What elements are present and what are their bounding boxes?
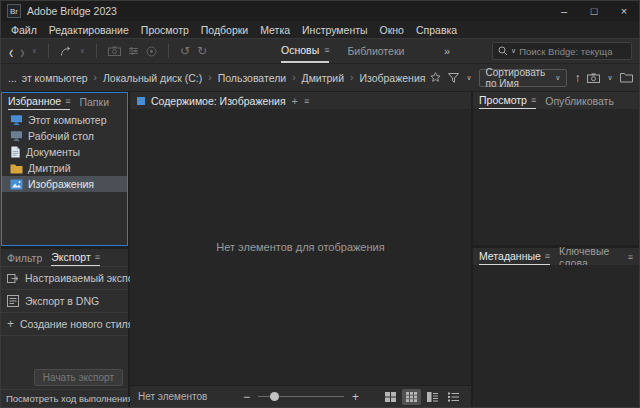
tab-publish[interactable]: Опубликовать [545,92,614,109]
panel-menu-icon[interactable]: ≡ [531,95,536,105]
breadcrumb-item-users[interactable]: Пользователи [218,72,287,84]
menu-item-edit[interactable]: Редактирование [43,24,135,36]
toolbar-divider [48,44,49,58]
export-panel-tabs: Фильтр Экспорт ≡ [1,249,128,266]
sort-direction-button[interactable]: ↑ [574,71,580,85]
menu-item-file[interactable]: Файл [5,24,43,36]
breadcrumb-separator: › [291,72,296,83]
export-progress-link[interactable]: Посмотреть ход выполнения [1,389,128,407]
search-scope-caret[interactable]: ∨ [511,47,516,55]
search-icon [498,46,508,56]
nav-group: ‹ › ∨ ∨ ↺ ↻ [9,44,207,58]
breadcrumb-item-pictures[interactable]: Изображения [359,72,425,84]
favorite-item-pictures[interactable]: Изображения [2,176,127,192]
rotate-right-button[interactable]: ↻ [197,45,207,57]
menu-item-label[interactable]: Метка [254,24,296,36]
thumbnail-size-slider[interactable] [258,396,344,397]
preview-area [473,109,639,245]
view-thumbnails-button[interactable] [402,389,421,405]
favorite-item-documents[interactable]: Документы [2,144,127,160]
slider-knob[interactable] [270,392,279,401]
workspace-menu-icon[interactable]: ≡ [324,45,329,55]
tab-favorites[interactable]: Избранное ≡ [8,93,70,110]
content-area[interactable]: Нет элементов для отображения [130,109,471,385]
minimize-button[interactable]: – [549,1,579,21]
view-list-button[interactable] [444,389,463,405]
panel-menu-icon[interactable]: ≡ [65,96,70,106]
pathbar-tools: ∨ Сортировать по Имя ∨ ↑ ∨ [430,69,640,87]
start-export-button[interactable]: Начать экспорт [34,369,123,386]
tab-metadata[interactable]: Метаданные ≡ [479,248,550,265]
export-panel: Фильтр Экспорт ≡ Настраиваемый экспорт Э… [1,249,128,407]
zoom-in-button[interactable]: + [352,390,359,404]
menu-item-help[interactable]: Справка [410,24,463,36]
tab-folders[interactable]: Папки [79,93,109,110]
window-title: Adobe Bridge 2023 [27,5,117,17]
export-item-new-preset[interactable]: + Создание нового стиля [1,313,128,336]
left-panel: Избранное ≡ Папки Этот компьютер Рабочий… [1,92,128,407]
breadcrumb-item-computer[interactable]: эт компьютер [22,72,88,84]
filter-caret[interactable]: ∨ [466,74,471,82]
workspace-tab-libraries[interactable]: Библиотеки [347,39,404,63]
panel-menu-icon[interactable]: ≡ [95,252,100,262]
nav-history-caret[interactable]: ∨ [32,47,37,55]
favorites-panel: Избранное ≡ Папки Этот компьютер Рабочий… [1,92,128,246]
breadcrumb-ellipsis: ... [8,72,17,84]
tab-export[interactable]: Экспорт ≡ [51,249,100,266]
rotate-left-button[interactable]: ↺ [180,45,190,57]
favorite-item-computer[interactable]: Этот компьютер [2,112,127,128]
export-item-dng[interactable]: Экспорт в DNG [1,290,128,313]
rating-filter-icon[interactable] [430,72,441,83]
forward-button[interactable]: › [20,42,24,60]
menubar: Файл Редактирование Просмотр Подборки Ме… [1,21,639,38]
favorites-list: Этот компьютер Рабочий стол Документы Дм… [2,110,127,245]
sort-dropdown[interactable]: Сортировать по Имя ∨ [479,69,568,87]
panel-menu-icon[interactable]: ≡ [545,251,550,261]
breadcrumb-item-dmitry[interactable]: Дмитрий [302,72,345,84]
refine-icon[interactable] [128,46,139,56]
metadata-area [473,265,639,407]
panel-menu-icon[interactable]: ≡ [628,252,633,262]
favorite-item-dmitry[interactable]: Дмитрий [2,160,127,176]
view-grid-button[interactable] [381,389,400,405]
boomerang-button[interactable] [60,46,73,57]
tab-keywords[interactable]: Ключевые слова [559,248,619,265]
new-folder-icon[interactable] [620,72,633,83]
favorite-item-desktop[interactable]: Рабочий стол [2,128,127,144]
custom-export-icon [7,272,19,284]
search-box[interactable]: ∨ [492,42,632,60]
zoom-out-button[interactable]: − [243,390,250,404]
menu-item-window[interactable]: Окно [374,24,410,36]
import-from-device-icon[interactable] [108,46,121,56]
tab-preview[interactable]: Просмотр ≡ [479,92,536,109]
favorites-panel-tabs: Избранное ≡ Папки [2,93,127,110]
tab-filter[interactable]: Фильтр [7,249,42,266]
export-item-custom[interactable]: Настраиваемый экспорт [1,267,128,290]
menu-item-view[interactable]: Просмотр [135,24,195,36]
main-area: Избранное ≡ Папки Этот компьютер Рабочий… [1,92,639,407]
start-export-row: Начать экспорт [1,365,128,389]
maximize-button[interactable]: □ [579,1,609,21]
boomerang-caret[interactable]: ∨ [80,47,85,55]
camera-raw-icon[interactable] [146,46,157,57]
back-button[interactable]: ‹ [9,42,13,60]
menu-item-tools[interactable]: Инструменты [296,24,373,36]
breadcrumb-item-disk-c[interactable]: Локальный диск (C:) [103,72,202,84]
bridge-logo-icon: Br [7,4,21,18]
app-window: Br Adobe Bridge 2023 – □ × Файл Редактир… [0,0,640,408]
toolbar: ‹ › ∨ ∨ ↺ ↻ Основы ≡ [1,38,639,64]
panel-menu-icon[interactable]: ≡ [304,96,309,106]
view-details-button[interactable] [423,389,442,405]
close-button[interactable]: × [609,1,639,21]
menu-item-stacks[interactable]: Подборки [195,24,254,36]
import-photos-icon[interactable] [587,73,600,83]
workspace-overflow-chevrons[interactable]: » [444,45,450,57]
titlebar: Br Adobe Bridge 2023 – □ × [1,1,639,21]
import-caret[interactable]: ∨ [607,74,612,82]
search-input[interactable] [519,46,626,57]
add-content-tab-button[interactable]: + [292,95,298,107]
workspace-switcher: Основы ≡ Библиотеки [281,39,404,63]
workspace-tab-essentials[interactable]: Основы ≡ [281,39,329,63]
dng-export-icon [7,295,19,307]
filter-funnel-icon[interactable] [448,73,459,83]
